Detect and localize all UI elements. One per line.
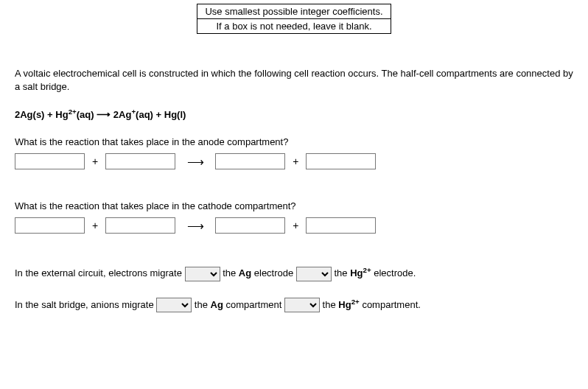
- eq-r2-post: (aq): [77, 109, 94, 120]
- plus-symbol: +: [293, 155, 298, 167]
- cathode-product-1[interactable]: [215, 217, 285, 234]
- hint-line-2: If a box is not needed, leave it blank.: [197, 18, 391, 34]
- salt-bold-hg-pre: Hg: [338, 299, 351, 310]
- salt-direction-1[interactable]: [156, 298, 192, 312]
- eq-p1-coef: 2: [113, 109, 119, 120]
- arrow-symbol: ⟶: [183, 155, 208, 169]
- salt-bridge-sentence: In the salt bridge, anions migrate the A…: [15, 296, 573, 315]
- arrow-symbol: ⟶: [183, 219, 208, 233]
- eq-r1-species: Ag(s): [20, 109, 44, 120]
- anode-reaction-row: + ⟶ +: [15, 153, 573, 169]
- salt-seg2: the: [195, 299, 211, 310]
- question-anode: What is the reaction that takes place in…: [15, 136, 573, 147]
- eq-p1-post: (aq): [136, 109, 153, 120]
- cathode-reactant-2[interactable]: [105, 217, 175, 234]
- eq-p1-pre: Ag: [119, 109, 131, 120]
- external-direction-2[interactable]: [296, 267, 332, 281]
- anode-reactant-1[interactable]: [15, 153, 85, 169]
- cathode-reaction-row: + ⟶ +: [15, 217, 573, 234]
- hint-line-1: Use smallest possible integer coefficien…: [197, 4, 391, 19]
- anode-product-1[interactable]: [215, 153, 285, 169]
- cathode-product-2[interactable]: [306, 217, 376, 234]
- ext-seg2: the: [223, 267, 239, 278]
- eq-plus-1: +: [44, 109, 55, 120]
- ext-seg3: electrode: [251, 267, 296, 278]
- ext-seg5: electrode.: [371, 267, 416, 278]
- question-cathode: What is the reaction that takes place in…: [15, 200, 573, 211]
- external-circuit-sentence: In the external circuit, electrons migra…: [15, 264, 573, 283]
- ext-seg4: the: [334, 267, 350, 278]
- plus-symbol: +: [92, 155, 98, 167]
- ext-bold-hg-sup: 2+: [363, 266, 371, 274]
- hint-box: Use smallest possible integer coefficien…: [197, 4, 391, 34]
- eq-r2-pre: Hg: [55, 109, 68, 120]
- salt-seg5: compartment.: [360, 299, 421, 310]
- eq-r2-charge: 2+: [69, 108, 77, 116]
- eq-p2-species: Hg(l): [164, 109, 186, 120]
- ext-bold-ag: Ag: [239, 267, 251, 278]
- ext-bold-hg-pre: Hg: [350, 267, 363, 278]
- anode-product-2[interactable]: [306, 153, 376, 169]
- salt-bold-ag: Ag: [211, 299, 223, 310]
- salt-seg4: the: [323, 299, 339, 310]
- ext-seg1: In the external circuit, electrons migra…: [15, 267, 185, 278]
- salt-direction-2[interactable]: [284, 298, 320, 312]
- overall-equation: 2Ag(s) + Hg2+(aq) ⟶ 2Ag+(aq) + Hg(l): [15, 109, 573, 120]
- plus-symbol: +: [293, 220, 298, 231]
- external-direction-1[interactable]: [185, 267, 220, 281]
- eq-arrow: ⟶: [94, 109, 113, 120]
- anode-reactant-2[interactable]: [105, 153, 175, 169]
- salt-seg3: compartment: [223, 299, 284, 310]
- eq-plus-2: +: [153, 109, 164, 120]
- salt-bold-hg-sup: 2+: [351, 297, 360, 305]
- plus-symbol: +: [92, 220, 98, 231]
- cathode-reactant-1[interactable]: [15, 217, 85, 234]
- intro-text: A voltaic electrochemical cell is constr…: [15, 67, 573, 93]
- salt-seg1: In the salt bridge, anions migrate: [15, 299, 156, 310]
